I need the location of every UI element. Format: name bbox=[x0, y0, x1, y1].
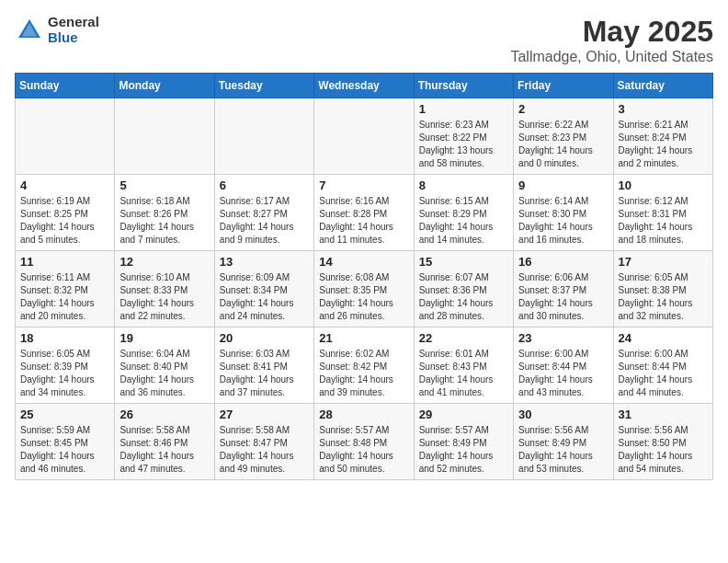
calendar-cell: 30Sunrise: 5:56 AMSunset: 8:49 PMDayligh… bbox=[514, 404, 613, 480]
calendar-cell: 10Sunrise: 6:12 AMSunset: 8:31 PMDayligh… bbox=[613, 175, 712, 251]
day-info: Sunrise: 6:06 AMSunset: 8:37 PMDaylight:… bbox=[518, 271, 608, 323]
day-info: Sunrise: 6:11 AMSunset: 8:32 PMDaylight:… bbox=[20, 271, 109, 323]
calendar-cell bbox=[314, 98, 414, 175]
day-info: Sunrise: 6:16 AMSunset: 8:28 PMDaylight:… bbox=[319, 195, 408, 247]
day-info: Sunrise: 6:22 AMSunset: 8:23 PMDaylight:… bbox=[518, 119, 608, 170]
day-info: Sunrise: 6:05 AMSunset: 8:38 PMDaylight:… bbox=[619, 271, 708, 323]
day-header: Tuesday bbox=[214, 74, 313, 98]
calendar-cell: 12Sunrise: 6:10 AMSunset: 8:33 PMDayligh… bbox=[115, 251, 214, 327]
day-number: 31 bbox=[619, 408, 708, 421]
calendar-cell: 9Sunrise: 6:14 AMSunset: 8:30 PMDaylight… bbox=[514, 175, 613, 251]
calendar-cell: 6Sunrise: 6:17 AMSunset: 8:27 PMDaylight… bbox=[214, 175, 313, 251]
day-header: Thursday bbox=[414, 74, 513, 98]
calendar-cell: 26Sunrise: 5:58 AMSunset: 8:46 PMDayligh… bbox=[115, 404, 214, 480]
day-number: 11 bbox=[20, 255, 109, 269]
calendar-week-row: 4Sunrise: 6:19 AMSunset: 8:25 PMDaylight… bbox=[16, 175, 713, 251]
day-info: Sunrise: 5:58 AMSunset: 8:46 PMDaylight:… bbox=[119, 424, 209, 476]
main-title: May 2025 bbox=[510, 15, 713, 49]
day-info: Sunrise: 6:10 AMSunset: 8:33 PMDaylight:… bbox=[119, 271, 209, 323]
day-info: Sunrise: 6:12 AMSunset: 8:31 PMDaylight:… bbox=[619, 195, 708, 247]
calendar-cell: 14Sunrise: 6:08 AMSunset: 8:35 PMDayligh… bbox=[314, 251, 414, 327]
logo: General Blue bbox=[15, 15, 99, 45]
day-number: 30 bbox=[518, 408, 608, 421]
calendar-week-row: 11Sunrise: 6:11 AMSunset: 8:32 PMDayligh… bbox=[16, 251, 713, 327]
day-number: 27 bbox=[220, 408, 309, 421]
calendar-cell: 20Sunrise: 6:03 AMSunset: 8:41 PMDayligh… bbox=[214, 327, 313, 404]
day-header: Friday bbox=[514, 74, 613, 98]
calendar-cell: 13Sunrise: 6:09 AMSunset: 8:34 PMDayligh… bbox=[214, 251, 313, 327]
day-info: Sunrise: 6:17 AMSunset: 8:27 PMDaylight:… bbox=[220, 195, 309, 247]
day-info: Sunrise: 6:15 AMSunset: 8:29 PMDaylight:… bbox=[419, 195, 508, 247]
calendar-cell: 21Sunrise: 6:02 AMSunset: 8:42 PMDayligh… bbox=[314, 327, 414, 404]
day-number: 7 bbox=[319, 178, 408, 192]
calendar-cell: 5Sunrise: 6:18 AMSunset: 8:26 PMDaylight… bbox=[115, 175, 214, 251]
day-number: 26 bbox=[119, 408, 209, 421]
day-info: Sunrise: 6:02 AMSunset: 8:42 PMDaylight:… bbox=[319, 348, 408, 399]
calendar-cell: 31Sunrise: 5:56 AMSunset: 8:50 PMDayligh… bbox=[613, 404, 712, 480]
day-number: 24 bbox=[619, 331, 708, 345]
header: General Blue May 2025 Tallmadge, Ohio, U… bbox=[15, 15, 713, 65]
calendar-cell: 4Sunrise: 6:19 AMSunset: 8:25 PMDaylight… bbox=[16, 175, 115, 251]
logo-general-text: General bbox=[48, 15, 99, 30]
calendar-cell: 23Sunrise: 6:00 AMSunset: 8:44 PMDayligh… bbox=[514, 327, 613, 404]
day-number: 12 bbox=[119, 255, 209, 269]
calendar-week-row: 18Sunrise: 6:05 AMSunset: 8:39 PMDayligh… bbox=[16, 327, 713, 404]
calendar-cell: 18Sunrise: 6:05 AMSunset: 8:39 PMDayligh… bbox=[16, 327, 115, 404]
calendar-cell: 11Sunrise: 6:11 AMSunset: 8:32 PMDayligh… bbox=[16, 251, 115, 327]
calendar-table: SundayMondayTuesdayWednesdayThursdayFrid… bbox=[15, 73, 713, 480]
day-number: 4 bbox=[20, 178, 109, 192]
day-info: Sunrise: 6:23 AMSunset: 8:22 PMDaylight:… bbox=[419, 119, 508, 170]
day-header: Sunday bbox=[16, 74, 115, 98]
day-number: 28 bbox=[319, 408, 408, 421]
calendar-cell: 7Sunrise: 6:16 AMSunset: 8:28 PMDaylight… bbox=[314, 175, 414, 251]
day-number: 2 bbox=[518, 102, 608, 116]
calendar-cell: 25Sunrise: 5:59 AMSunset: 8:45 PMDayligh… bbox=[16, 404, 115, 480]
day-number: 15 bbox=[419, 255, 508, 269]
day-number: 13 bbox=[220, 255, 309, 269]
day-number: 3 bbox=[619, 102, 708, 116]
day-number: 17 bbox=[619, 255, 708, 269]
calendar-cell bbox=[115, 98, 214, 175]
day-info: Sunrise: 6:08 AMSunset: 8:35 PMDaylight:… bbox=[319, 271, 408, 323]
calendar-cell: 16Sunrise: 6:06 AMSunset: 8:37 PMDayligh… bbox=[514, 251, 613, 327]
day-info: Sunrise: 5:59 AMSunset: 8:45 PMDaylight:… bbox=[20, 424, 109, 476]
day-number: 5 bbox=[119, 178, 209, 192]
day-info: Sunrise: 6:07 AMSunset: 8:36 PMDaylight:… bbox=[419, 271, 508, 323]
calendar-cell: 17Sunrise: 6:05 AMSunset: 8:38 PMDayligh… bbox=[613, 251, 712, 327]
day-info: Sunrise: 6:09 AMSunset: 8:34 PMDaylight:… bbox=[220, 271, 309, 323]
sub-title: Tallmadge, Ohio, United States bbox=[510, 49, 713, 65]
day-number: 25 bbox=[20, 408, 109, 421]
day-info: Sunrise: 5:58 AMSunset: 8:47 PMDaylight:… bbox=[220, 424, 309, 476]
logo-blue-text: Blue bbox=[48, 30, 99, 46]
day-number: 1 bbox=[419, 102, 508, 116]
day-info: Sunrise: 6:05 AMSunset: 8:39 PMDaylight:… bbox=[20, 348, 109, 399]
day-info: Sunrise: 6:18 AMSunset: 8:26 PMDaylight:… bbox=[119, 195, 209, 247]
calendar-cell: 28Sunrise: 5:57 AMSunset: 8:48 PMDayligh… bbox=[314, 404, 414, 480]
calendar-cell: 19Sunrise: 6:04 AMSunset: 8:40 PMDayligh… bbox=[115, 327, 214, 404]
calendar-week-row: 1Sunrise: 6:23 AMSunset: 8:22 PMDaylight… bbox=[16, 98, 713, 175]
day-info: Sunrise: 6:21 AMSunset: 8:24 PMDaylight:… bbox=[619, 119, 708, 170]
day-info: Sunrise: 6:00 AMSunset: 8:44 PMDaylight:… bbox=[619, 348, 708, 399]
calendar-cell: 8Sunrise: 6:15 AMSunset: 8:29 PMDaylight… bbox=[414, 175, 513, 251]
day-info: Sunrise: 6:04 AMSunset: 8:40 PMDaylight:… bbox=[119, 348, 209, 399]
day-number: 14 bbox=[319, 255, 408, 269]
logo-icon bbox=[15, 16, 44, 45]
day-number: 10 bbox=[619, 178, 708, 192]
day-number: 6 bbox=[220, 178, 309, 192]
day-info: Sunrise: 6:19 AMSunset: 8:25 PMDaylight:… bbox=[20, 195, 109, 247]
calendar-week-row: 25Sunrise: 5:59 AMSunset: 8:45 PMDayligh… bbox=[16, 404, 713, 480]
day-header: Saturday bbox=[613, 74, 712, 98]
calendar-cell: 3Sunrise: 6:21 AMSunset: 8:24 PMDaylight… bbox=[613, 98, 712, 175]
calendar-cell: 22Sunrise: 6:01 AMSunset: 8:43 PMDayligh… bbox=[414, 327, 513, 404]
day-info: Sunrise: 6:14 AMSunset: 8:30 PMDaylight:… bbox=[518, 195, 608, 247]
day-info: Sunrise: 6:01 AMSunset: 8:43 PMDaylight:… bbox=[419, 348, 508, 399]
calendar-cell: 29Sunrise: 5:57 AMSunset: 8:49 PMDayligh… bbox=[414, 404, 513, 480]
day-header: Wednesday bbox=[314, 74, 414, 98]
day-number: 20 bbox=[220, 331, 309, 345]
calendar-cell: 2Sunrise: 6:22 AMSunset: 8:23 PMDaylight… bbox=[514, 98, 613, 175]
day-number: 23 bbox=[518, 331, 608, 345]
calendar-cell: 27Sunrise: 5:58 AMSunset: 8:47 PMDayligh… bbox=[214, 404, 313, 480]
day-number: 9 bbox=[518, 178, 608, 192]
day-number: 16 bbox=[518, 255, 608, 269]
day-info: Sunrise: 5:57 AMSunset: 8:49 PMDaylight:… bbox=[419, 424, 508, 476]
